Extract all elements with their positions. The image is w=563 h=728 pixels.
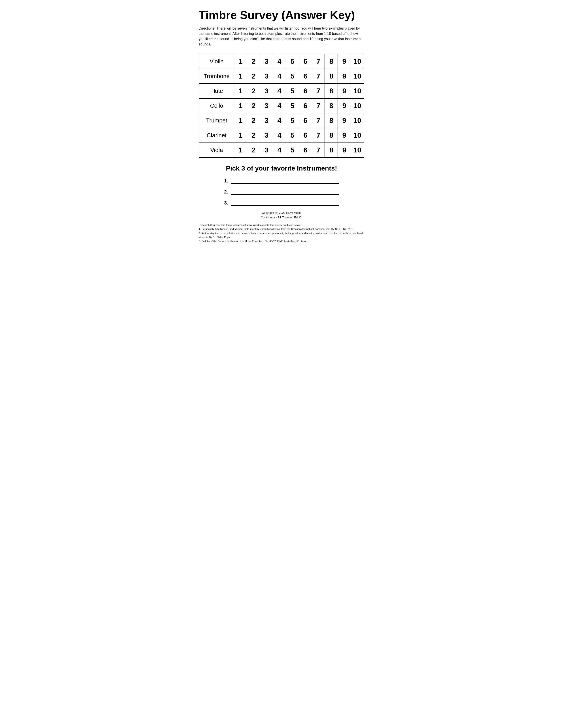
source-item: 1. Personality, Intelligence, and Musica…: [199, 227, 364, 231]
source-item: 3. Bulletin of the Council for Research …: [199, 239, 364, 243]
list-line-1: [231, 178, 339, 184]
rating-cell: 4: [273, 143, 286, 158]
rating-cell: 5: [286, 98, 299, 113]
rating-cell: 8: [325, 113, 338, 128]
rating-cell: 5: [286, 84, 299, 98]
list-number-2: 2.: [224, 189, 228, 195]
rating-cell: 6: [299, 128, 312, 143]
rating-cell: 2: [247, 54, 260, 69]
copyright-text: Copyright (c) 2020 REW Music Contributor…: [199, 211, 364, 220]
instrument-label: Violin: [199, 54, 234, 69]
rating-cell: 7: [312, 128, 325, 143]
rating-cell: 3: [260, 98, 273, 113]
rating-cell: 8: [325, 54, 338, 69]
rating-cell: 5: [286, 143, 299, 158]
rating-cell: 10: [351, 143, 364, 158]
rating-cell: 8: [325, 143, 338, 158]
rating-cell: 9: [338, 128, 351, 143]
rating-cell: 9: [338, 84, 351, 98]
rating-cell: 10: [351, 54, 364, 69]
rating-cell: 8: [325, 98, 338, 113]
list-item: 1.: [224, 178, 339, 184]
rating-cell: 9: [338, 113, 351, 128]
list-line-3: [231, 200, 339, 206]
rating-cell: 10: [351, 128, 364, 143]
rating-cell: 4: [273, 98, 286, 113]
rating-cell: 2: [247, 69, 260, 84]
rating-cell: 1: [234, 54, 247, 69]
rating-cell: 1: [234, 128, 247, 143]
rating-cell: 1: [234, 143, 247, 158]
rating-cell: 3: [260, 128, 273, 143]
rating-cell: 10: [351, 113, 364, 128]
rating-cell: 3: [260, 54, 273, 69]
rating-cell: 4: [273, 113, 286, 128]
research-title: Research Sources: The three resources th…: [199, 223, 364, 227]
rating-cell: 3: [260, 143, 273, 158]
rating-cell: 4: [273, 128, 286, 143]
rating-cell: 9: [338, 98, 351, 113]
directions-text: Directions: There will be seven instrume…: [199, 26, 364, 47]
rating-cell: 4: [273, 69, 286, 84]
instrument-label: Clarinet: [199, 128, 234, 143]
rating-cell: 7: [312, 98, 325, 113]
rating-cell: 4: [273, 54, 286, 69]
rating-cell: 10: [351, 84, 364, 98]
rating-cell: 7: [312, 54, 325, 69]
rating-cell: 7: [312, 69, 325, 84]
rating-cell: 1: [234, 69, 247, 84]
footer-section: Copyright (c) 2020 REW Music Contributor…: [199, 211, 364, 220]
instrument-label: Cello: [199, 98, 234, 113]
rating-cell: 2: [247, 84, 260, 98]
rating-cell: 7: [312, 84, 325, 98]
favorite-title: Pick 3 of your favorite Instruments!: [199, 165, 364, 172]
instrument-label: Viola: [199, 143, 234, 158]
rating-cell: 5: [286, 113, 299, 128]
list-item: 3.: [224, 200, 339, 206]
rating-cell: 7: [312, 143, 325, 158]
source-item: 2. An investigation of the relationship …: [199, 231, 364, 239]
rating-cell: 4: [273, 84, 286, 98]
rating-cell: 2: [247, 113, 260, 128]
rating-cell: 5: [286, 69, 299, 84]
rating-cell: 10: [351, 98, 364, 113]
rating-cell: 2: [247, 98, 260, 113]
favorite-list: 1. 2. 3.: [224, 178, 339, 206]
page-title: Timbre Survey (Answer Key): [199, 9, 364, 21]
rating-cell: 6: [299, 84, 312, 98]
rating-cell: 1: [234, 98, 247, 113]
rating-cell: 6: [299, 113, 312, 128]
rating-cell: 5: [286, 128, 299, 143]
rating-cell: 3: [260, 113, 273, 128]
rating-cell: 1: [234, 84, 247, 98]
instrument-label: Trombone: [199, 69, 234, 84]
rating-cell: 6: [299, 69, 312, 84]
rating-cell: 5: [286, 54, 299, 69]
rating-cell: 7: [312, 113, 325, 128]
list-number-1: 1.: [224, 178, 228, 184]
rating-cell: 2: [247, 143, 260, 158]
rating-cell: 6: [299, 54, 312, 69]
rating-cell: 8: [325, 128, 338, 143]
rating-cell: 6: [299, 98, 312, 113]
instrument-label: Flute: [199, 84, 234, 98]
rating-cell: 9: [338, 54, 351, 69]
rating-cell: 10: [351, 69, 364, 84]
list-item: 2.: [224, 189, 339, 195]
research-sources: Research Sources: The three resources th…: [199, 223, 364, 243]
favorite-section: Pick 3 of your favorite Instruments! 1. …: [199, 165, 364, 206]
rating-cell: 2: [247, 128, 260, 143]
instrument-label: Trumpet: [199, 113, 234, 128]
rating-cell: 8: [325, 69, 338, 84]
survey-table: Violin12345678910Trombone12345678910Flut…: [199, 54, 364, 158]
rating-cell: 6: [299, 143, 312, 158]
rating-cell: 1: [234, 113, 247, 128]
list-line-2: [231, 189, 339, 195]
rating-cell: 9: [338, 69, 351, 84]
rating-cell: 8: [325, 84, 338, 98]
list-number-3: 3.: [224, 200, 228, 206]
rating-cell: 9: [338, 143, 351, 158]
rating-cell: 3: [260, 84, 273, 98]
rating-cell: 3: [260, 69, 273, 84]
